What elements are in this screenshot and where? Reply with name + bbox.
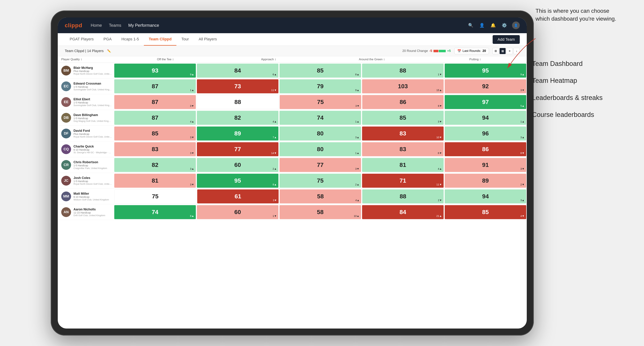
table-row[interactable]: ECEdward Crossman1-5 HandicapSunningdale… [58,78,527,94]
table-row[interactable]: CQCharlie Quick6-10 HandicapSt. George's… [58,141,527,157]
stat-value: 89 [482,177,489,184]
stat-cell: 963▲ [445,127,526,141]
col-player-header[interactable]: Player Quality ↕ [58,58,114,61]
settings-icon[interactable]: ⚙️ [501,22,508,29]
stat-value: 60 [234,162,241,168]
view-list-icon[interactable]: ≡ [506,48,513,54]
stat-change: 3▼ [190,136,194,139]
subnav-hcaps[interactable]: Hcaps 1-5 [116,33,144,46]
table-row[interactable]: ANAaron Nicholls11-15 HandicapDrift Golf… [58,204,527,220]
player-avatar: MM [61,191,71,201]
stat-value: 88 [234,99,241,105]
stat-change: 6▲ [273,73,277,76]
last-rounds-button[interactable]: 📅 Last Rounds: 20 [454,48,489,54]
stat-cell: 866▼ [362,95,444,109]
stat-cell: 584▲ [280,189,361,203]
bell-icon[interactable]: 🔔 [490,22,497,29]
stat-value: 95 [482,67,489,74]
annotation-item: Team Dashboard [532,59,630,68]
stat-change: 8▲ [190,214,194,217]
table-row[interactable]: DBDave Billingham1-5 HandicapGog Magog G… [58,110,527,126]
subnav-allplayers[interactable]: All Players [194,33,222,46]
stat-cell: 75 [114,189,196,203]
player-avatar: CR [61,160,71,170]
player-rows: BMBlair McHargPlus HandicapRoyal North D… [58,63,527,329]
subnav-pgat[interactable]: PGAT Players [65,33,98,46]
round-change: 20 Round Change -5 +5 [402,49,451,53]
stat-value: 80 [317,146,324,153]
stat-change: 3▲ [520,136,524,139]
player-name: Edward Crossman [74,82,112,85]
view-download-icon[interactable]: ↓ [514,48,520,54]
edit-icon[interactable]: ✏️ [107,49,111,53]
round-change-pos: +5 [447,49,451,53]
stat-value: 85 [400,114,406,121]
player-info: CQCharlie Quick6-10 HandicapSt. George's… [58,143,114,156]
stat-cell: 10315▲ [362,79,444,93]
player-details: Dave Billingham1-5 HandicapGog Magog Gol… [74,113,112,122]
table-header: Player Quality ↕ Off the Tee ↕ Approach … [58,56,527,63]
subnav-teamclippd[interactable]: Team Clippd [144,33,176,46]
stat-value: 87 [152,114,158,121]
stat-change: 4▲ [190,120,194,123]
player-handicap: Plus Handicap [74,133,112,135]
stat-cell: 854▼ [445,205,526,219]
col-putting-header[interactable]: Putting ↕ [424,58,527,61]
stat-change: 1▲ [355,152,359,155]
stat-cell: 748▲ [114,205,196,219]
player-handicap: 1-5 Handicap [74,180,112,183]
nav-teams[interactable]: Teams [109,23,121,28]
stat-value: 73 [234,83,241,90]
stat-cell: 801▲ [280,142,361,156]
player-name: Charlie Quick [74,145,112,148]
table-row[interactable]: CRChris Robertson1-5 HandicapCraigmillar… [58,157,527,173]
col-offtee-header[interactable]: Off the Tee ↕ [114,58,217,61]
subnav-tour[interactable]: Tour [176,33,194,46]
table-row[interactable]: BMBlair McHargPlus HandicapRoyal North D… [58,63,527,78]
subnav-pga[interactable]: PGA [98,33,116,46]
avatar[interactable]: 👤 [512,21,520,29]
stat-cell: 773▼ [280,158,361,172]
nav-home[interactable]: Home [91,23,102,28]
player-club: St. George's Hill GC - Weybridge - Surre… [74,151,112,154]
stat-cell: 752▲ [280,174,361,188]
add-team-button[interactable]: Add Team [492,35,520,44]
logo: clippd [65,22,82,29]
player-handicap: Plus Handicap [74,70,112,72]
stat-value: 88 [400,67,406,74]
stat-value: 75 [317,99,324,105]
person-icon[interactable]: 👤 [478,22,486,29]
ipad-frame: clippd Home Teams My Performance 🔍 👤 🔔 ⚙… [51,10,534,336]
stat-cell: 858▲ [280,64,361,78]
player-club: Craigmillar Park, United Kingdom [74,167,112,170]
table-row[interactable]: EEElliot Ebert1-5 HandicapSunningdale Go… [58,94,527,110]
stat-value: 89 [234,130,241,137]
stat-value: 82 [152,162,158,168]
stat-value: 86 [400,99,406,105]
stat-cell: 846▲ [197,64,278,78]
view-grid-icon[interactable]: ⊞ [492,48,499,54]
annotation-item: Team Heatmap [532,76,630,85]
stat-cell: 88 [197,95,279,109]
stat-value: 85 [317,67,324,74]
col-around-header[interactable]: Around the Green ↕ [320,58,424,61]
table-row[interactable]: JCJosh Coles1-5 HandicapRoyal North Devo… [58,173,527,188]
stat-cell: 803▲ [280,127,361,141]
table-row[interactable]: DFDavid FordPlus HandicapRoyal North Dev… [58,126,527,141]
stat-change: 2▼ [520,183,524,186]
stat-cell: 602▲ [197,158,278,172]
stat-change: 3▼ [190,152,194,155]
stat-value: 93 [152,67,158,74]
col-approach-header[interactable]: Approach ↕ [217,58,320,61]
stat-cell: 874▲ [114,111,196,125]
stat-change: 14▼ [271,152,277,155]
stat-cell: 814▲ [362,158,444,172]
annotation-items: Team DashboardTeam HeatmapLeaderboards &… [532,59,630,128]
stat-change: 15▲ [436,89,442,92]
view-heatmap-icon[interactable]: ▦ [500,48,506,54]
stat-cell: 799▲ [280,79,361,93]
stat-cell: 836▼ [362,142,444,156]
table-row[interactable]: MMMatt Miller6-10 HandicapWoburn Golf Cl… [58,188,527,204]
nav-myperformance[interactable]: My Performance [128,23,159,28]
search-icon[interactable]: 🔍 [467,22,474,29]
